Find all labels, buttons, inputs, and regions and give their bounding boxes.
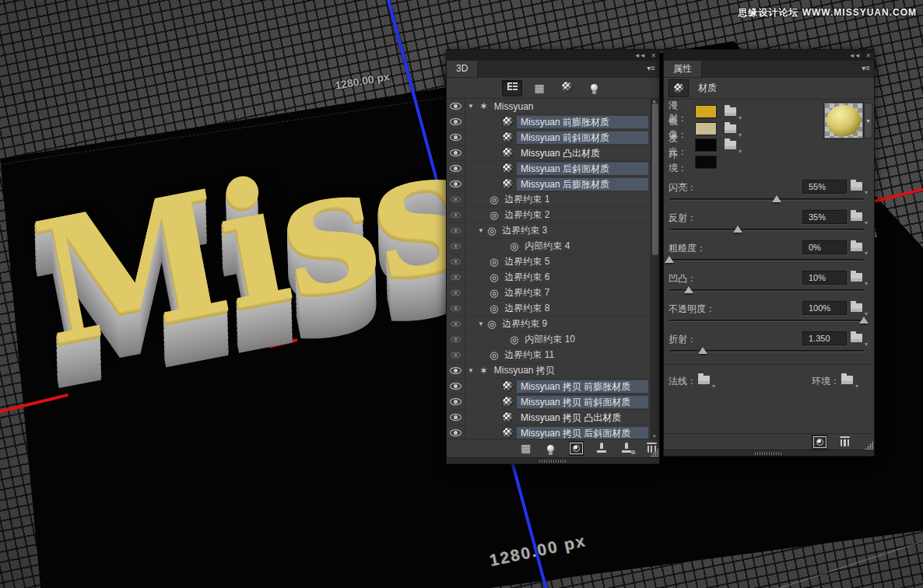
3d-layer-row[interactable]: ▼ ◎边界约束 9	[447, 317, 651, 332]
visibility-toggle[interactable]	[447, 208, 465, 222]
3d-layer-row[interactable]: ▼ ✶ Missyuan 拷贝	[447, 363, 651, 379]
visibility-toggle[interactable]	[447, 161, 465, 176]
texture-folder-icon[interactable]	[725, 141, 736, 149]
constraint-label[interactable]: 内部约束 4	[525, 240, 570, 253]
material-picker-dropdown[interactable]: ▾	[864, 103, 872, 138]
visibility-toggle[interactable]	[447, 363, 465, 378]
visibility-toggle[interactable]	[447, 270, 465, 285]
visibility-toggle[interactable]	[447, 239, 465, 254]
panel-menu-icon[interactable]: ▾≡	[647, 64, 655, 72]
3d-layer-row[interactable]: ▼ ◎边界约束 3	[447, 223, 651, 239]
3d-layer-row[interactable]: Missyuan 拷贝 后斜面材质	[447, 425, 651, 439]
scrollbar-thumb[interactable]	[652, 103, 658, 255]
constraint-label[interactable]: 边界约束 5	[504, 255, 549, 268]
visibility-toggle[interactable]	[447, 223, 465, 238]
texture-folder-icon[interactable]	[851, 273, 862, 282]
visibility-toggle[interactable]	[447, 332, 465, 347]
slider-thumb[interactable]	[684, 286, 693, 293]
material-label[interactable]: Missyuan 前膨胀材质	[517, 116, 648, 128]
collapse-panel-icon[interactable]: ◄◄	[849, 52, 860, 59]
filter-materials[interactable]	[556, 80, 577, 96]
3d-layer-row[interactable]: ◎边界约束 8	[447, 301, 651, 317]
3d-layer-row[interactable]: Missyuan 后膨胀材质	[447, 177, 651, 192]
panel-drag-strip[interactable]	[664, 450, 874, 456]
close-panel-icon[interactable]: ×	[651, 52, 655, 58]
filter-whole-scene[interactable]	[502, 80, 522, 96]
visibility-toggle[interactable]	[447, 145, 465, 160]
slider-track[interactable]	[669, 350, 864, 352]
3d-layer-row[interactable]: ◎边界约束 6	[447, 270, 651, 285]
texture-folder-icon[interactable]	[851, 182, 862, 191]
slider-track[interactable]	[669, 198, 864, 201]
visibility-toggle[interactable]	[447, 130, 465, 145]
render-sphere-button[interactable]	[812, 435, 827, 450]
constraint-label[interactable]: 边界约束 9	[502, 317, 547, 331]
slider-thumb[interactable]	[772, 195, 781, 202]
environment-map-folder-icon[interactable]	[841, 376, 853, 384]
visibility-toggle[interactable]	[447, 425, 465, 439]
material-preview-sphere[interactable]	[824, 103, 863, 138]
texture-folder-icon[interactable]	[725, 124, 736, 133]
visibility-toggle[interactable]	[447, 410, 465, 425]
slider-thumb[interactable]	[733, 226, 742, 233]
visibility-toggle[interactable]	[447, 394, 465, 409]
slider-value-field[interactable]: 55%	[802, 180, 847, 194]
3d-layer-row[interactable]: Missyuan 拷贝 前膨胀材质	[447, 379, 651, 394]
3d-layer-row[interactable]: ◎边界约束 7	[447, 285, 651, 301]
slider-value-field[interactable]: 35%	[802, 210, 847, 224]
visibility-toggle[interactable]	[447, 379, 465, 394]
texture-folder-icon[interactable]	[851, 243, 862, 251]
collapse-panel-icon[interactable]: ◄◄	[634, 52, 645, 59]
visibility-toggle[interactable]	[447, 348, 465, 362]
3d-layer-row[interactable]: Missyuan 后斜面材质	[447, 161, 651, 177]
texture-folder-icon[interactable]	[851, 212, 862, 221]
3d-layer-row[interactable]: Missyuan 拷贝 前斜面材质	[447, 394, 651, 410]
3d-layer-row[interactable]: ◎ 内部约束 10	[447, 332, 651, 348]
constraint-label[interactable]: 边界约束 11	[504, 348, 554, 362]
visibility-toggle[interactable]	[447, 254, 465, 269]
visibility-toggle[interactable]	[447, 317, 465, 331]
slider-value-field[interactable]: 0%	[802, 240, 847, 254]
slider-thumb[interactable]	[665, 256, 674, 263]
constraint-label[interactable]: 边界约束 7	[504, 286, 549, 299]
filter-meshes[interactable]: ▦	[529, 80, 549, 96]
expand-arrow-icon[interactable]: ▼	[468, 103, 474, 110]
material-label[interactable]: Missyuan 前斜面材质	[517, 131, 648, 144]
slider-thumb[interactable]	[859, 317, 869, 324]
panel-menu-icon[interactable]: ▾≡	[862, 64, 870, 72]
layer-label[interactable]: Missyuan 拷贝	[494, 364, 555, 377]
tab-3d[interactable]: 3D	[447, 61, 478, 77]
color-swatch[interactable]	[695, 156, 717, 169]
filter-lights[interactable]	[584, 80, 604, 96]
3d-layer-row[interactable]: Missyuan 前斜面材质	[447, 130, 651, 145]
visibility-toggle[interactable]	[447, 192, 465, 207]
slider-thumb[interactable]	[698, 347, 707, 354]
3d-layer-row[interactable]: Missyuan 前膨胀材质	[447, 114, 651, 130]
3d-layer-row[interactable]: ▼ ✶ Missyuan	[447, 99, 651, 114]
constraint-label[interactable]: 边界约束 8	[504, 302, 549, 315]
light-bulb-button[interactable]	[543, 441, 558, 456]
3d-layer-row[interactable]: ◎ 内部约束 4	[447, 239, 651, 254]
constraint-label[interactable]: 边界约束 1	[504, 193, 549, 206]
trash-button[interactable]	[837, 435, 852, 450]
constraint-label[interactable]: 边界约束 2	[504, 208, 549, 222]
expand-arrow-icon[interactable]: ▼	[478, 227, 484, 234]
visibility-toggle[interactable]	[447, 114, 465, 129]
visibility-toggle[interactable]	[447, 301, 465, 316]
3d-layer-row[interactable]: ◎边界约束 1	[447, 192, 651, 208]
stamp-delete-button[interactable]: ⊗	[619, 441, 633, 456]
constraint-label[interactable]: 边界约束 6	[504, 271, 549, 284]
slider-value-field[interactable]: 10%	[802, 271, 847, 285]
expand-arrow-icon[interactable]: ▼	[478, 320, 484, 327]
color-swatch[interactable]	[695, 105, 717, 118]
material-label[interactable]: Missyuan 拷贝 前膨胀材质	[517, 380, 648, 393]
tab-properties[interactable]: 属性	[664, 61, 702, 77]
texture-folder-icon[interactable]	[725, 107, 736, 116]
constraint-label[interactable]: 边界约束 3	[502, 224, 547, 237]
visibility-toggle[interactable]	[447, 285, 465, 300]
constraint-label[interactable]: 内部约束 10	[525, 333, 575, 346]
slider-track[interactable]	[669, 259, 864, 261]
layer-label[interactable]: Missyuan	[494, 101, 534, 112]
texture-folder-icon[interactable]	[851, 334, 862, 342]
expand-arrow-icon[interactable]: ▼	[468, 367, 474, 374]
